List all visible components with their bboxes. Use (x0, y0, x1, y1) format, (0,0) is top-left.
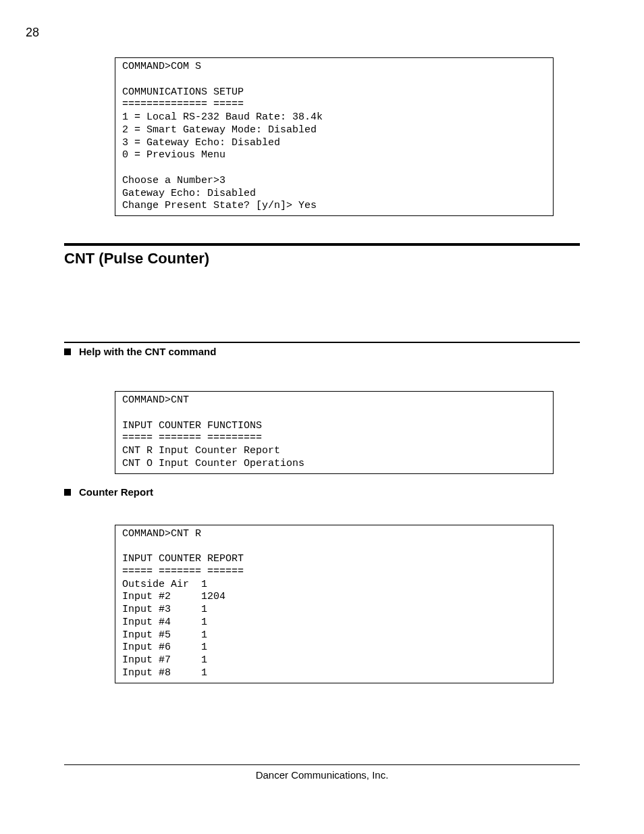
section-divider (64, 243, 580, 246)
page-number: 28 (26, 26, 39, 40)
section-title-cnt: CNT (Pulse Counter) (64, 250, 580, 267)
footer-company: Dancer Communications, Inc. (64, 769, 580, 781)
subhead-label: Counter Report (79, 486, 153, 498)
footer-divider (64, 764, 580, 765)
square-bullet-icon (64, 348, 71, 355)
code-block-com-setup: COMMAND>COM S COMMUNICATIONS SETUP =====… (115, 57, 554, 216)
subhead-counter-report: Counter Report (64, 486, 580, 498)
code-block-cnt-report: COMMAND>CNT R INPUT COUNTER REPORT =====… (115, 525, 554, 683)
square-bullet-icon (64, 489, 71, 496)
code-block-cnt-functions: COMMAND>CNT INPUT COUNTER FUNCTIONS ====… (115, 391, 554, 474)
subsection-divider (64, 342, 580, 343)
subhead-help-cnt: Help with the CNT command (64, 346, 580, 357)
subhead-label: Help with the CNT command (79, 346, 216, 357)
